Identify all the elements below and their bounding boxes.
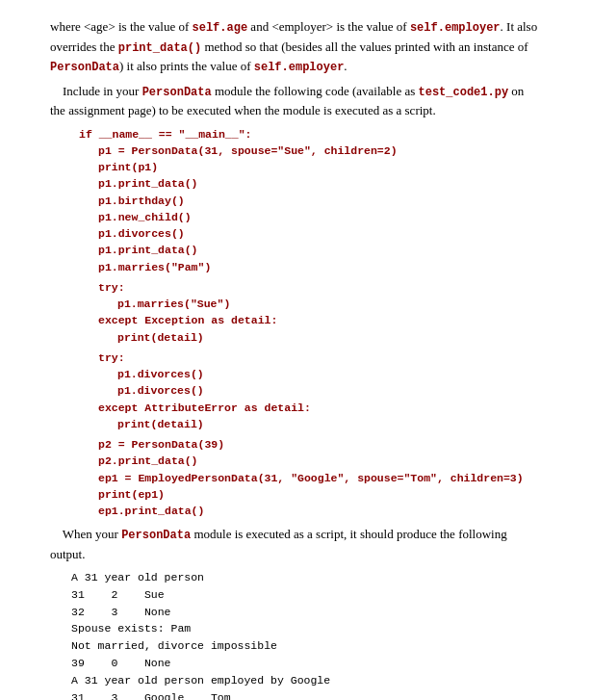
code-line-20: ep1 = EmployedPersonData(31, "Google", s… [98,470,542,486]
code-line-13: try: [98,350,542,366]
code-self-employer: self.employer [410,21,501,35]
output-line-7: A 31 year old person employed by Google [71,672,542,689]
code-line-6: p1.divorces() [98,225,542,242]
code-line-14: p1.divorces() [117,366,542,382]
output-line-8: 31 3 Google Tom [71,689,542,700]
code-line-18: p2 = PersonData(39) [98,436,542,453]
output-block: A 31 year old person 31 2 Sue 32 3 None … [71,569,542,700]
code-persondata-3: PersonData [121,529,191,542]
code-line-8: p1.marries("Pam") [98,259,542,275]
code-persondata-2: PersonData [142,86,212,99]
code-line-5: p1.new_child() [98,209,542,225]
output-line-2: 31 2 Sue [71,586,542,604]
code-line-19: p2.print_data() [98,453,542,469]
output-line-5: Not married, divorce impossible [71,637,542,655]
code-line-main: if __name__ == "__main__": [79,126,542,143]
code-line-3: p1.print_data() [98,175,542,192]
paragraph-1: where <age> is the value of self.age and… [50,17,542,77]
code-line-22: ep1.print_data() [98,503,542,519]
page: where <age> is the value of self.age and… [0,0,592,700]
paragraph-2: Include in your PersonData module the fo… [50,82,542,121]
code-line-10: p1.marries("Sue") [117,296,542,312]
code-line-15: p1.divorces() [117,382,542,399]
output-line-4: Spouse exists: Pam [71,620,542,637]
code-line-17: print(detail) [117,416,542,432]
code-line-21: print(ep1) [98,486,542,503]
code-self-employer-2: self.employer [254,61,345,74]
code-persondata-1: PersonData [50,61,119,74]
code-line-1: p1 = PersonData(31, spouse="Sue", childr… [98,143,542,159]
code-line-16: except AttributeError as detail: [98,400,542,416]
paragraph-3: When your PersonData module is executed … [50,525,542,564]
output-line-6: 39 0 None [71,655,542,672]
code-line-11: except Exception as detail: [98,312,542,328]
code-line-4: p1.birthday() [98,193,542,209]
code-line-2: print(p1) [98,159,542,175]
code-line-9: try: [98,279,542,296]
code-line-7: p1.print_data() [98,242,542,258]
code-print-data: print_data() [118,41,201,55]
output-line-3: 32 3 None [71,604,542,621]
output-line-1: A 31 year old person [71,569,542,586]
code-self-age: self.age [193,21,248,35]
code-block: if __name__ == "__main__": p1 = PersonDa… [79,126,542,520]
code-testcode: test_code1.py [418,86,508,99]
code-line-12: print(detail) [117,329,542,346]
